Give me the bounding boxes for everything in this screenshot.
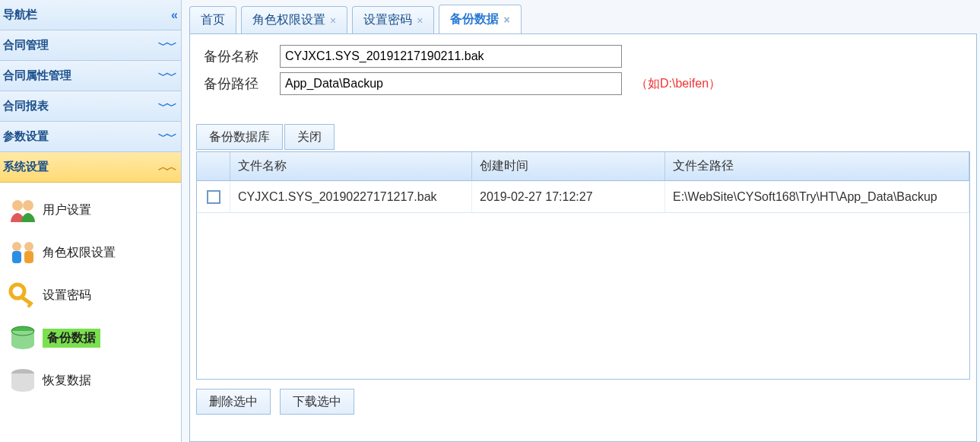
- sidebar-group-label: 合同管理: [3, 38, 49, 52]
- close-button[interactable]: 关闭: [284, 124, 335, 150]
- backup-path-hint: （如D:\beifen）: [636, 76, 721, 92]
- close-icon[interactable]: ×: [503, 14, 509, 26]
- row-checkbox-cell: [197, 181, 230, 212]
- sidebar-item-label: 备份数据: [43, 329, 100, 348]
- sidebar-title: 导航栏: [3, 8, 37, 22]
- sidebar-item-users[interactable]: 用户设置: [0, 189, 181, 231]
- tab-label: 角色权限设置: [252, 12, 325, 28]
- action-toolbar: 备份数据库 关闭: [190, 124, 976, 150]
- svg-point-1: [23, 200, 33, 211]
- svg-rect-3: [12, 251, 21, 263]
- backup-db-button[interactable]: 备份数据库: [196, 124, 283, 150]
- backup-name-input[interactable]: [280, 45, 622, 68]
- chevron-up-icon: ︿︿: [158, 161, 175, 174]
- sidebar-item-label: 角色权限设置: [43, 245, 116, 261]
- sidebar-item-password[interactable]: 设置密码: [0, 274, 181, 316]
- main-area: 首页 角色权限设置 × 设置密码 × 备份数据 × 备份名称 备份路径 （如D:…: [182, 0, 980, 442]
- tab-password[interactable]: 设置密码 ×: [352, 6, 434, 33]
- grid-header-name[interactable]: 文件名称: [230, 152, 472, 180]
- sidebar-item-label: 恢复数据: [43, 373, 91, 389]
- sidebar-group-contract-report[interactable]: 合同报表 ﹀﹀: [0, 91, 181, 122]
- grid-header-time[interactable]: 创建时间: [472, 152, 665, 180]
- chevron-down-icon: ﹀﹀: [158, 69, 175, 83]
- sidebar-group-label: 合同属性管理: [3, 68, 71, 83]
- delete-selected-button[interactable]: 删除选中: [196, 389, 271, 415]
- tab-backup[interactable]: 备份数据 ×: [439, 5, 521, 33]
- sidebar-group-contract[interactable]: 合同管理 ﹀﹀: [0, 30, 181, 61]
- sidebar-group-contract-attr[interactable]: 合同属性管理 ﹀﹀: [0, 61, 181, 91]
- svg-point-4: [24, 242, 33, 251]
- table-row[interactable]: CYJXC1.SYS_20190227171217.bak 2019-02-27…: [197, 181, 969, 213]
- footer-toolbar: 删除选中 下载选中: [190, 386, 976, 415]
- sidebar-group-system[interactable]: 系统设置 ︿︿: [0, 152, 181, 183]
- tab-label: 备份数据: [450, 11, 499, 27]
- sidebar-item-backup[interactable]: 备份数据: [0, 316, 181, 359]
- content-panel: 备份名称 备份路径 （如D:\beifen） 备份数据库 关闭 文件名称 创建时…: [189, 33, 977, 442]
- row-name: CYJXC1.SYS_20190227171217.bak: [230, 181, 472, 212]
- svg-rect-5: [24, 251, 33, 263]
- chevron-down-icon: ﹀﹀: [158, 130, 175, 144]
- tabstrip: 首页 角色权限设置 × 设置密码 × 备份数据 ×: [189, 5, 980, 33]
- tab-home[interactable]: 首页: [189, 6, 236, 33]
- grid-body: CYJXC1.SYS_20190227171217.bak 2019-02-27…: [197, 181, 969, 379]
- sidebar-item-label: 用户设置: [43, 202, 91, 218]
- sidebar-header: 导航栏 «: [0, 0, 181, 30]
- sidebar-group-label: 系统设置: [3, 160, 49, 174]
- chevron-down-icon: ﹀﹀: [158, 39, 175, 52]
- sidebar-group-label: 参数设置: [3, 129, 49, 144]
- chevron-down-icon: ﹀﹀: [158, 100, 175, 113]
- sidebar-items: 用户设置 角色权限设置 设置密码 备份数据 恢复数据: [0, 183, 181, 402]
- sidebar-item-restore[interactable]: 恢复数据: [0, 359, 181, 402]
- tab-label: 首页: [201, 12, 225, 28]
- roles-icon: [8, 237, 38, 268]
- sidebar: 导航栏 « 合同管理 ﹀﹀ 合同属性管理 ﹀﹀ 合同报表 ﹀﹀ 参数设置 ﹀﹀ …: [0, 0, 182, 442]
- download-selected-button[interactable]: 下载选中: [280, 389, 354, 415]
- backup-form: 备份名称 备份路径 （如D:\beifen）: [190, 34, 976, 110]
- close-icon[interactable]: ×: [417, 14, 423, 27]
- restore-icon: [8, 365, 38, 396]
- row-time: 2019-02-27 17:12:27: [472, 181, 665, 212]
- grid-header-checkbox: [197, 152, 230, 180]
- svg-point-0: [12, 200, 23, 211]
- sidebar-item-roles[interactable]: 角色权限设置: [0, 231, 181, 274]
- row-checkbox[interactable]: [207, 190, 220, 204]
- backup-icon: [8, 323, 38, 353]
- grid-header-path[interactable]: 文件全路径: [665, 152, 969, 180]
- close-icon[interactable]: ×: [330, 14, 336, 27]
- backup-grid: 文件名称 创建时间 文件全路径 CYJXC1.SYS_2019022717121…: [196, 151, 970, 380]
- grid-header: 文件名称 创建时间 文件全路径: [197, 152, 969, 181]
- backup-name-label: 备份名称: [204, 47, 280, 65]
- tab-roles[interactable]: 角色权限设置 ×: [241, 6, 347, 33]
- tab-label: 设置密码: [363, 12, 412, 28]
- row-path: E:\WebSite\CYSoft168\Try\HT\App_Data\Bac…: [665, 181, 969, 212]
- sidebar-item-label: 设置密码: [43, 288, 91, 304]
- key-icon: [8, 280, 38, 310]
- people-icon: [8, 195, 38, 225]
- backup-path-input[interactable]: [280, 72, 622, 95]
- backup-path-label: 备份路径: [204, 75, 280, 93]
- sidebar-collapse-icon[interactable]: «: [171, 8, 175, 22]
- sidebar-group-label: 合同报表: [3, 99, 49, 113]
- svg-point-2: [12, 242, 21, 251]
- sidebar-group-param[interactable]: 参数设置 ﹀﹀: [0, 122, 181, 152]
